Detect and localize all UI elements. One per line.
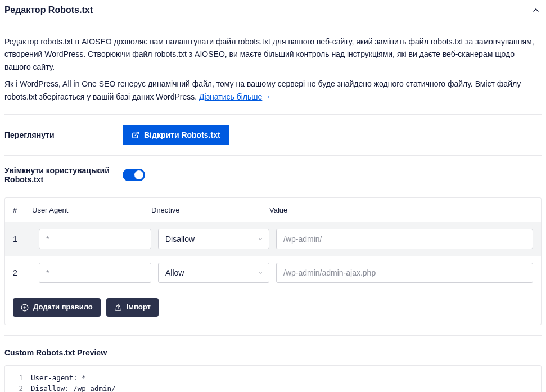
preview-label: Переглянути xyxy=(4,130,123,139)
directive-select[interactable]: Allow xyxy=(158,263,269,283)
rules-table-head: # User Agent Directive Value xyxy=(5,198,541,222)
row-number: 2 xyxy=(13,268,32,277)
table-row: 1 Disallow xyxy=(5,222,541,256)
col-header-user-agent: User Agent xyxy=(32,206,151,214)
collapse-toggle[interactable] xyxy=(530,4,542,16)
open-robots-button[interactable]: Відкрити Robots.txt xyxy=(123,125,229,145)
enable-custom-toggle[interactable] xyxy=(123,169,145,181)
code-line: 2Disallow: /wp-admin/ xyxy=(5,383,541,392)
col-header-num: # xyxy=(13,206,32,214)
learn-more-text: Дізнатись більше xyxy=(199,92,262,101)
svg-line-0 xyxy=(135,132,138,136)
preview-box: 1User-agent: *2Disallow: /wp-admin/3Allo… xyxy=(4,365,542,392)
code-line: 1User-agent: * xyxy=(5,372,541,383)
col-header-value: Value xyxy=(269,206,533,214)
description-para1: Редактор robots.txt в AIOSEO дозволяє ва… xyxy=(4,35,542,73)
open-robots-label: Відкрити Robots.txt xyxy=(144,130,220,140)
line-content: User-agent: * xyxy=(31,372,86,383)
rules-table: # User Agent Directive Value 1 Disallow … xyxy=(4,197,542,325)
action-buttons: Додати правило Імпорт xyxy=(5,290,541,325)
value-input[interactable] xyxy=(276,263,533,283)
enable-custom-label: Увімкнути користувацький Robots.txt xyxy=(4,166,123,184)
section-title: Редактор Robots.txt xyxy=(4,5,93,15)
line-content: Disallow: /wp-admin/ xyxy=(31,383,116,392)
arrow-right-icon: → xyxy=(263,91,271,103)
add-rule-label: Додати правило xyxy=(33,303,93,312)
directive-select[interactable]: Disallow xyxy=(158,229,269,249)
external-link-icon xyxy=(132,131,139,139)
row-number: 1 xyxy=(13,235,32,244)
plus-circle-icon xyxy=(21,304,29,312)
chevron-up-icon xyxy=(531,6,540,15)
col-header-directive: Directive xyxy=(151,206,269,214)
learn-more-link[interactable]: Дізнатись більше → xyxy=(199,92,271,101)
description-block: Редактор robots.txt в AIOSEO дозволяє ва… xyxy=(4,24,542,114)
line-number: 1 xyxy=(12,372,23,383)
user-agent-input[interactable] xyxy=(39,263,151,283)
value-input[interactable] xyxy=(276,229,533,249)
line-number: 2 xyxy=(12,383,23,392)
user-agent-input[interactable] xyxy=(39,229,151,249)
preview-title: Custom Robots.txt Preview xyxy=(4,336,542,365)
import-label: Імпорт xyxy=(127,303,151,312)
add-rule-button[interactable]: Додати правило xyxy=(13,298,101,317)
import-button[interactable]: Імпорт xyxy=(106,298,159,317)
description-para2: Як і WordPress, All in One SEO генерує д… xyxy=(4,78,542,103)
table-row: 2 Allow xyxy=(5,256,541,290)
upload-icon xyxy=(114,304,122,312)
